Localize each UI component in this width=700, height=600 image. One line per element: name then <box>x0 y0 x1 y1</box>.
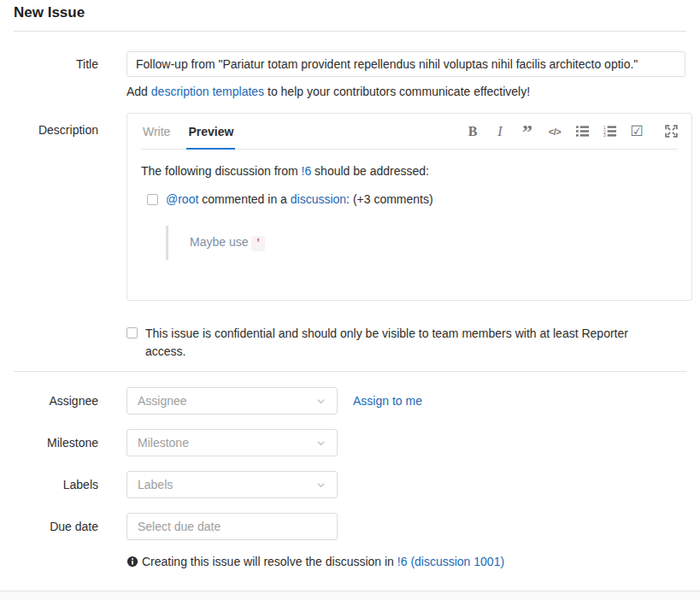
svg-text:3: 3 <box>603 133 606 138</box>
labels-dropdown[interactable]: Labels <box>126 471 338 498</box>
user-link[interactable]: @root <box>166 192 198 206</box>
footer-strip <box>0 591 700 600</box>
quote-icon[interactable]: ” <box>521 126 534 138</box>
labels-label: Labels <box>14 471 98 498</box>
new-issue-page: New Issue Title Add description template… <box>0 0 700 571</box>
chevron-down-icon <box>315 396 326 407</box>
assignee-row: Assignee Assignee Assign to me <box>14 387 686 415</box>
labels-placeholder: Labels <box>138 478 173 491</box>
milestone-row: Milestone Milestone <box>14 429 686 456</box>
title-row: Title Add description templates to help … <box>14 51 686 99</box>
chevron-down-icon <box>315 479 326 491</box>
italic-icon[interactable]: I <box>493 123 507 140</box>
tab-preview[interactable]: Preview <box>186 114 235 149</box>
tab-write[interactable]: Write <box>141 114 172 149</box>
resolve-discussion-link[interactable]: !6 (discussion 1001) <box>397 555 504 568</box>
task-list-item: @root commented in a discussion: (+3 com… <box>147 191 678 208</box>
markdown-toolbar: B I ” </> 1 <box>452 114 678 149</box>
merge-request-link[interactable]: !6 <box>302 164 312 178</box>
due-date-row: Due date <box>14 513 686 540</box>
title-label: Title <box>14 51 98 77</box>
description-label: Description <box>14 113 98 137</box>
page-title: New Issue <box>14 3 686 22</box>
task-checkbox[interactable] <box>147 194 158 205</box>
fullscreen-icon[interactable] <box>664 123 678 140</box>
code-icon[interactable]: </> <box>548 123 562 140</box>
numbered-list-icon[interactable]: 1 2 3 <box>603 123 616 140</box>
assignee-placeholder: Assignee <box>138 394 187 408</box>
info-icon <box>126 556 138 571</box>
chevron-down-icon <box>315 438 326 449</box>
assignee-dropdown[interactable]: Assignee <box>126 387 338 415</box>
description-row: Description Write Preview B I ” </> <box>14 113 686 301</box>
confidential-checkbox[interactable] <box>126 327 138 338</box>
section-divider <box>14 371 686 372</box>
markdown-editor: Write Preview B I ” </> <box>126 113 692 301</box>
confidential-row: This issue is confidential and should on… <box>14 325 686 361</box>
description-templates-link[interactable]: description templates <box>151 85 264 98</box>
task-item-text: @root commented in a discussion: (+3 com… <box>166 191 433 208</box>
task-mid-text: commented in a <box>198 192 290 206</box>
preview-line-1: The following discussion from !6 should … <box>141 162 678 179</box>
bullet-list-icon[interactable] <box>575 123 589 140</box>
assignee-label: Assignee <box>14 387 98 415</box>
markdown-editor-header: Write Preview B I ” </> <box>141 114 678 150</box>
resolve-note: Creating this issue will resolve the dis… <box>126 555 686 571</box>
due-date-label: Due date <box>14 513 98 540</box>
milestone-dropdown[interactable]: Milestone <box>126 429 338 456</box>
labels-row: Labels Labels <box>14 471 686 498</box>
help-prefix: Add <box>126 85 151 98</box>
resolve-note-row: Creating this issue will resolve the dis… <box>14 555 686 571</box>
confidential-option[interactable]: This issue is confidential and should on… <box>126 325 686 361</box>
help-suffix: to help your contributors communicate ef… <box>264 85 530 98</box>
note-prefix: Creating this issue will resolve the dis… <box>142 555 397 568</box>
inline-code: ' <box>251 236 264 251</box>
title-input[interactable] <box>126 51 685 77</box>
confidential-label: This issue is confidential and should on… <box>145 325 658 361</box>
discussion-link[interactable]: discussion <box>291 192 346 206</box>
quoted-comment: Maybe use ' <box>166 226 678 260</box>
editor-tabs: Write Preview <box>141 114 250 149</box>
quote-text: Maybe use <box>190 235 251 249</box>
milestone-placeholder: Milestone <box>138 436 189 450</box>
due-date-input[interactable] <box>126 513 338 540</box>
task-suffix-text: : (+3 comments) <box>346 192 433 206</box>
bold-icon[interactable]: B <box>466 123 479 140</box>
milestone-label: Milestone <box>14 429 98 456</box>
title-help-text: Add description templates to help your c… <box>126 85 686 99</box>
preview-line1-prefix: The following discussion from <box>141 164 302 178</box>
assign-to-me-link[interactable]: Assign to me <box>353 394 422 408</box>
task-list-icon[interactable]: ☑ <box>630 123 644 140</box>
preview-pane: The following discussion from !6 should … <box>127 150 691 273</box>
preview-line1-suffix: should be addressed: <box>311 164 429 178</box>
header-divider <box>14 31 686 32</box>
